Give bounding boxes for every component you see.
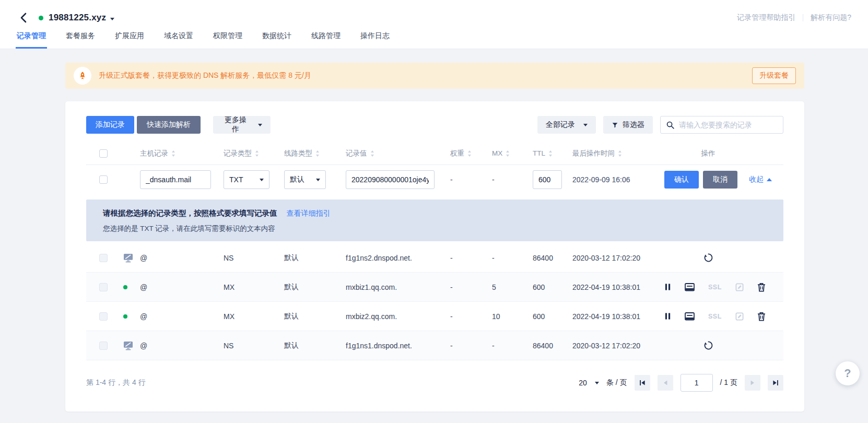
row-checkbox[interactable] <box>99 342 108 350</box>
updated-time: 2020-03-12 17:02:20 <box>572 254 640 262</box>
host-value: @ <box>140 312 147 321</box>
chevron-down-icon <box>316 179 320 181</box>
system-record-icon <box>123 341 133 350</box>
line-value: 默认 <box>284 283 299 292</box>
tab-套餐服务[interactable]: 套餐服务 <box>65 31 96 49</box>
sort-icon[interactable] <box>171 150 175 157</box>
col-actions: 操作 <box>701 149 715 158</box>
back-button[interactable] <box>18 12 29 24</box>
col-line: 线路类型 <box>284 149 312 158</box>
divider <box>803 14 803 21</box>
next-page-button[interactable] <box>745 375 760 391</box>
records-card: 添加记录 快速添加解析 更多操作 全部记录 筛选器 <box>65 101 804 412</box>
prev-page-button[interactable] <box>658 375 673 391</box>
host-record-input[interactable] <box>140 170 211 189</box>
chevron-down-icon <box>595 382 599 384</box>
tab-线路管理[interactable]: 线路管理 <box>310 31 342 49</box>
edit-icon <box>735 283 744 291</box>
edit-record-button <box>735 283 744 291</box>
page-number-input[interactable] <box>681 374 713 392</box>
col-host: 主机记录 <box>140 149 168 158</box>
row-checkbox[interactable] <box>99 283 108 291</box>
record-hint-panel: 请根据您选择的记录类型，按照格式要求填写记录值 查看详细指引 您选择的是 TXT… <box>86 199 783 241</box>
pause-button[interactable] <box>664 283 671 291</box>
help-fab[interactable]: ? <box>836 361 860 385</box>
last-page-button[interactable] <box>768 375 783 391</box>
tab-权限管理[interactable]: 权限管理 <box>212 31 243 49</box>
line-value: 默认 <box>284 312 299 321</box>
tab-操作日志[interactable]: 操作日志 <box>359 31 391 49</box>
page-size-select[interactable]: 20 <box>579 379 599 387</box>
hint-detail-link[interactable]: 查看详细指引 <box>287 209 331 218</box>
sort-icon[interactable] <box>315 150 320 157</box>
delete-button[interactable] <box>757 283 766 292</box>
search-box <box>660 116 783 134</box>
resolve-issue-link[interactable]: 解析有问题? <box>811 13 851 22</box>
record-active-dot-icon <box>123 314 127 319</box>
sort-icon[interactable] <box>370 150 374 157</box>
sync-button[interactable] <box>703 340 713 350</box>
col-ttl: TTL <box>533 149 545 157</box>
select-all-checkbox[interactable] <box>99 149 108 158</box>
main-content: 升级正式版套餐，获得更极致的 DNS 解析服务，最低仅需 8 元/月 升级套餐 … <box>0 49 868 412</box>
ttl-value: 600 <box>533 312 545 321</box>
mx-value: 10 <box>492 312 500 321</box>
line-switch-button[interactable] <box>685 283 695 291</box>
collapse-link[interactable]: 收起 <box>749 175 772 184</box>
upgrade-banner: 升级正式版套餐，获得更极致的 DNS 解析服务，最低仅需 8 元/月 升级套餐 <box>65 63 804 89</box>
record-type-select[interactable]: TXT <box>224 170 269 189</box>
record-row: @ NS 默认 f1g1ns2.dnspod.net. - - 86400 20… <box>86 243 783 273</box>
sort-icon[interactable] <box>618 150 622 157</box>
line-switch-icon <box>685 312 695 321</box>
records-toolbar: 添加记录 快速添加解析 更多操作 全部记录 筛选器 <box>86 116 783 134</box>
record-value: mxbiz1.qq.com. <box>346 283 397 291</box>
banner-message: 升级正式版套餐，获得更极致的 DNS 解析服务，最低仅需 8 元/月 <box>99 71 311 80</box>
updated-time: 2022-09-09 16:06 <box>572 175 630 184</box>
record-help-link[interactable]: 记录管理帮助指引 <box>737 13 795 22</box>
record-type-filter[interactable]: 全部记录 <box>537 116 596 134</box>
delete-button[interactable] <box>757 312 766 321</box>
sort-icon[interactable] <box>506 150 510 157</box>
row-checkbox[interactable] <box>99 312 108 321</box>
record-value-input[interactable] <box>346 170 435 189</box>
search-input[interactable] <box>679 121 778 129</box>
tab-域名设置[interactable]: 域名设置 <box>163 31 194 49</box>
ssl-button: SSL <box>708 284 722 291</box>
record-value: mxbiz2.qq.com. <box>346 312 397 321</box>
col-updated: 最后操作时间 <box>572 149 615 158</box>
sort-icon[interactable] <box>255 150 259 157</box>
weight-value: - <box>450 283 453 291</box>
record-value: f1g1ns2.dnspod.net. <box>346 254 412 262</box>
row-checkbox[interactable] <box>99 254 108 262</box>
sync-button[interactable] <box>703 253 713 263</box>
add-record-button[interactable]: 添加记录 <box>86 116 134 134</box>
sync-icon <box>703 340 713 350</box>
page-header: 19881225.xyz 记录管理帮助指引 解析有问题? 记录管理 套餐服务 扩… <box>0 0 868 49</box>
sort-icon[interactable] <box>548 150 553 157</box>
chevron-down-icon <box>260 179 264 181</box>
sort-icon[interactable] <box>467 150 472 157</box>
tab-扩展应用[interactable]: 扩展应用 <box>114 31 145 49</box>
edit-icon <box>735 312 744 321</box>
line-type-select[interactable]: 默认 <box>284 170 326 189</box>
pagination: 20 条 / 页 / 1 页 <box>579 374 783 392</box>
domain-switcher[interactable] <box>106 13 114 22</box>
filter-button[interactable]: 筛选器 <box>603 116 653 134</box>
row-checkbox[interactable] <box>99 175 108 184</box>
type-value: NS <box>224 254 233 262</box>
first-page-button[interactable] <box>635 375 650 391</box>
tab-数据统计[interactable]: 数据统计 <box>261 31 292 49</box>
table-footer: 第 1-4 行，共 4 行 20 条 / 页 / 1 页 <box>86 360 783 399</box>
tab-记录管理[interactable]: 记录管理 <box>16 31 47 49</box>
more-actions-button[interactable]: 更多操作 <box>213 116 271 134</box>
line-switch-button[interactable] <box>685 312 695 321</box>
upgrade-plan-button[interactable]: 升级套餐 <box>752 67 796 84</box>
quick-add-button[interactable]: 快速添加解析 <box>137 116 201 134</box>
ttl-input[interactable] <box>533 170 562 189</box>
cancel-button[interactable]: 取消 <box>703 171 737 189</box>
host-value: @ <box>140 283 147 291</box>
per-page-label: 条 / 页 <box>606 378 627 387</box>
confirm-button[interactable]: 确认 <box>664 171 699 189</box>
col-mx: MX <box>492 149 502 157</box>
pause-button[interactable] <box>664 312 671 320</box>
